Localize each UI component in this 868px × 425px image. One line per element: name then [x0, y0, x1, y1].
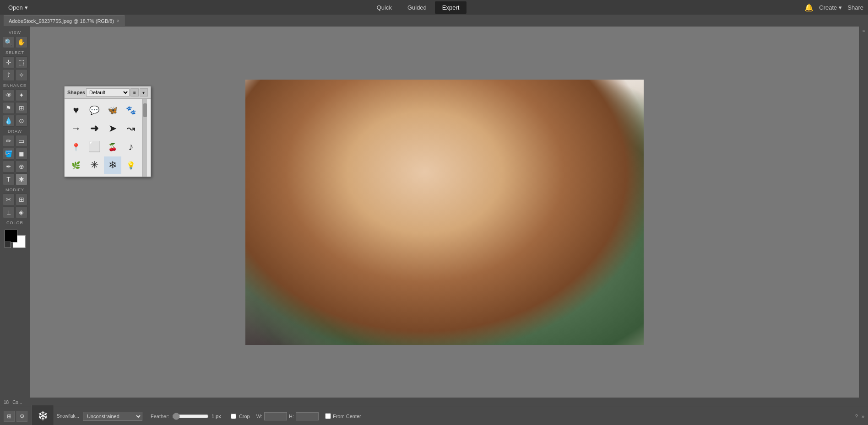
shape-panel-list-icon[interactable]: ≡ — [130, 88, 139, 97]
create-button[interactable]: Create ▾ — [819, 4, 842, 11]
shape-asterisk[interactable]: ✳ — [86, 156, 103, 174]
recompose-tool[interactable]: ⊞ — [16, 194, 27, 205]
canvas-area: Shapes Default ≡ ▾ ♥ 💬 🦋 🐾 → — [30, 27, 859, 398]
w-input[interactable] — [264, 412, 287, 420]
shape-arrow-bold[interactable]: ➜ — [86, 120, 103, 137]
shape-heart[interactable]: ♥ — [67, 102, 85, 119]
top-bar-right: 🔔 Create ▾ Share — [804, 3, 863, 12]
h-label: H: — [289, 414, 294, 419]
open-label: Open — [8, 4, 23, 11]
healing-tool[interactable]: ✦ — [16, 89, 27, 101]
h-input[interactable] — [296, 412, 319, 420]
shapes-grid: ♥ 💬 🦋 🐾 → ➜ ➤ ↝ 📍 ⬜ 🍒 ♪ 🌿 ✳ — [65, 99, 142, 177]
bell-button[interactable]: 🔔 — [804, 3, 814, 12]
stamp-tool[interactable]: ⊞ — [16, 102, 27, 114]
crop-checkbox[interactable] — [231, 414, 236, 419]
share-label: Share — [847, 4, 863, 11]
enhance-tools-3: 💧 ⊙ — [3, 115, 27, 127]
lasso-tool[interactable]: ⤴ — [3, 69, 15, 81]
top-bar: Open ▾ Quick Guided Expert 🔔 Create ▾ Sh… — [0, 0, 868, 15]
color-section-label: COLOR — [0, 221, 30, 225]
dodge-tool[interactable]: 💧 — [3, 115, 15, 127]
shape-panel-dropdown[interactable]: Default — [86, 88, 130, 97]
custom-shape-tool active[interactable]: ✱ — [16, 173, 27, 185]
canvas-image — [245, 80, 644, 345]
bottom-toolbar: ⊞ ⚙ ❄ Snowflak... Unconstrained Fixed Si… — [0, 407, 868, 425]
share-button[interactable]: Share — [847, 4, 863, 11]
right-panel: » — [859, 27, 868, 398]
shape-panel: Shapes Default ≡ ▾ ♥ 💬 🦋 🐾 → — [64, 86, 151, 177]
brush-tool[interactable]: ✏ — [3, 135, 15, 147]
left-toolbar: VIEW 🔍 ✋ SELECT ✛ ⬚ ⤴ ✧ ENHANCE 👁 ✦ ⚑ ⊞ … — [0, 27, 30, 398]
guided-mode-button[interactable]: Guided — [400, 1, 434, 14]
view-section-label: VIEW — [0, 30, 30, 35]
expand-icon[interactable]: » — [862, 414, 864, 419]
shape-note[interactable]: ♪ — [122, 138, 140, 156]
crop-label[interactable]: Crop — [239, 414, 250, 419]
constraint-dropdown[interactable]: Unconstrained Fixed Size Defined Proport… — [83, 412, 142, 421]
enhance-tools-2: ⚑ ⊞ — [3, 102, 27, 114]
shape-arrow-thin[interactable]: → — [67, 120, 85, 137]
perspective-tool[interactable]: ◈ — [16, 206, 27, 218]
marquee-tool[interactable]: ⬚ — [16, 56, 27, 68]
document-tab[interactable]: AdobeStock_98237755.jpeg @ 18.7% (RGB/8)… — [4, 15, 125, 26]
shape-panel-scrollbar[interactable] — [142, 99, 147, 177]
help-icon[interactable]: ? — [855, 414, 858, 419]
shape-arrow-curved[interactable]: ↝ — [122, 120, 140, 137]
create-chevron-icon: ▾ — [839, 4, 842, 11]
shape-cherries[interactable]: 🍒 — [104, 138, 121, 156]
toolbar-settings-btn[interactable]: ⊞ — [4, 411, 15, 422]
default-colors-icon[interactable] — [5, 242, 11, 248]
shape-panel-title: Shapes — [67, 90, 85, 95]
draw-tools-2: 🪣 ◼ — [3, 148, 27, 160]
from-center-label[interactable]: From Center — [333, 414, 361, 419]
color-mode-status: Co... — [12, 400, 22, 405]
gradient-tool[interactable]: ◼ — [16, 148, 27, 160]
zoom-tool[interactable]: 🔍 — [3, 36, 15, 48]
feather-slider[interactable] — [172, 413, 209, 420]
fill-tool[interactable]: ⊕ — [16, 161, 27, 172]
shape-thumbnail[interactable]: ❄ — [31, 405, 54, 425]
pencil-tool[interactable]: ✒ — [3, 161, 15, 172]
tab-filename: AdobeStock_98237755.jpeg @ 18.7% (RGB/8) — [9, 18, 114, 24]
foreground-color-swatch[interactable] — [5, 230, 17, 242]
shape-square[interactable]: ⬜ — [86, 138, 103, 156]
bottom-status-bar: 18 Co... — [0, 398, 868, 407]
shape-speech[interactable]: 💬 — [86, 102, 103, 119]
shape-panel-menu-icon[interactable]: ▾ — [140, 88, 148, 97]
red-eye-tool[interactable]: 👁 — [3, 89, 15, 101]
clone-tool[interactable]: ⚑ — [3, 102, 15, 114]
magic-wand-tool[interactable]: ✧ — [16, 69, 27, 81]
pan-tool[interactable]: ✋ — [16, 36, 27, 48]
tab-close-icon[interactable]: × — [117, 18, 119, 23]
shape-name-label: Snowflak... — [57, 414, 79, 419]
crop-tool[interactable]: ✂ — [3, 194, 15, 205]
type-tool[interactable]: T — [3, 173, 15, 185]
blur-tool[interactable]: ⊙ — [16, 115, 27, 127]
shape-bulb[interactable]: 💡 — [122, 156, 140, 174]
shape-grass[interactable]: 🌿 — [67, 156, 85, 174]
shape-arrow-filled[interactable]: ➤ — [104, 120, 121, 137]
wh-area: W: H: — [256, 412, 319, 420]
crop-area: Crop — [231, 414, 250, 419]
eraser-tool[interactable]: ▭ — [16, 135, 27, 147]
quick-mode-button[interactable]: Quick — [369, 1, 399, 14]
enhance-section-label: ENHANCE — [0, 83, 30, 88]
shape-paw[interactable]: 🐾 — [122, 102, 140, 119]
straighten-tool[interactable]: ⟂ — [3, 206, 15, 218]
move-tool[interactable]: ✛ — [3, 56, 15, 68]
enhance-tools-1: 👁 ✦ — [3, 89, 27, 101]
mode-switcher: Quick Guided Expert — [369, 1, 467, 14]
expert-mode-button[interactable]: Expert — [435, 1, 467, 14]
from-center-checkbox[interactable] — [325, 413, 331, 419]
shape-snowflake[interactable]: ❄ — [104, 156, 121, 174]
color-swatches — [5, 230, 26, 248]
feather-value: 1 px — [212, 414, 224, 419]
shape-butterfly[interactable]: 🦋 — [104, 102, 121, 119]
shape-pin[interactable]: 📍 — [67, 138, 85, 156]
toolbar-gear-btn[interactable]: ⚙ — [16, 411, 27, 422]
draw-tools-1: ✏ ▭ — [3, 135, 27, 147]
open-button[interactable]: Open ▾ — [5, 2, 32, 13]
expand-right-icon[interactable]: » — [860, 28, 868, 36]
paint-bucket-tool[interactable]: 🪣 — [3, 148, 15, 160]
